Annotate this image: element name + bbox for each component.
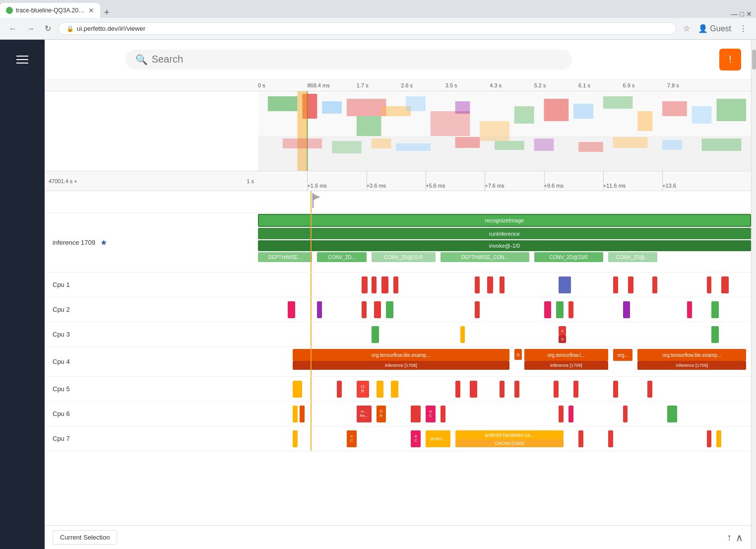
- minimize-button[interactable]: —: [731, 10, 738, 18]
- bar-depthwise1[interactable]: DEPTHWISE...: [258, 252, 312, 262]
- cpu2-bar5[interactable]: [386, 301, 393, 318]
- bar-invoke[interactable]: invoke@-1/0: [258, 240, 751, 251]
- cpu2-bar7[interactable]: [544, 301, 552, 318]
- scroll-top-button[interactable]: ↑: [727, 532, 732, 544]
- cpu1-bar2[interactable]: [372, 276, 377, 293]
- cpu2-content[interactable]: [258, 297, 751, 322]
- overview-minimap[interactable]: [258, 91, 751, 171]
- cpu7-bar1[interactable]: [293, 430, 298, 447]
- cpu2-bar9[interactable]: [568, 301, 573, 318]
- cpu1-content[interactable]: [258, 273, 751, 297]
- cpu4-bar2[interactable]: o: [514, 349, 522, 360]
- cpu6-bar7[interactable]: [441, 406, 445, 422]
- cpu3-content[interactable]: s S: [258, 322, 751, 346]
- cpu7-bar3[interactable]: a C: [411, 430, 421, 447]
- cpu1-bar3[interactable]: [381, 276, 389, 293]
- more-button[interactable]: ⋮: [736, 22, 750, 35]
- cpu2-bar2[interactable]: [317, 301, 322, 318]
- cpu7-bar9[interactable]: [716, 430, 721, 447]
- cpu1-bar5[interactable]: [475, 276, 480, 293]
- right-scrollbar[interactable]: [751, 40, 756, 549]
- back-button[interactable]: ←: [6, 22, 20, 35]
- profile-button[interactable]: 👤 Guest: [695, 22, 734, 35]
- bar-conv2d3[interactable]: CONV_2D@...: [608, 252, 657, 262]
- cpu1-bar8[interactable]: [559, 276, 571, 293]
- cpu7-bar4[interactable]: andro...: [426, 430, 450, 447]
- cpu1-bar12[interactable]: [707, 276, 712, 293]
- cpu7-bar2[interactable]: o C: [347, 430, 357, 447]
- cpu2-bar1[interactable]: [288, 301, 295, 318]
- cpu2-bar4[interactable]: [374, 301, 381, 318]
- cpu6-bar2[interactable]: [300, 406, 305, 422]
- cpu6-content[interactable]: or... Re... O R a C: [258, 402, 751, 426]
- cpu6-bar5[interactable]: [411, 406, 421, 422]
- cpu6-bar4[interactable]: O R: [377, 406, 386, 422]
- overview-canvas[interactable]: [45, 91, 751, 171]
- cpu2-bar10[interactable]: [623, 301, 630, 318]
- active-tab[interactable]: trace-blueline-QQ3A.20080... ✕: [0, 3, 100, 18]
- refresh-button[interactable]: ↻: [42, 22, 54, 35]
- bar-runinference[interactable]: runInference: [258, 228, 751, 239]
- scrollbar-thumb[interactable]: [752, 50, 756, 69]
- cpu4-content[interactable]: org.tensorflow.lite.examp... inference […: [258, 347, 751, 376]
- collapse-button[interactable]: ∧: [736, 532, 743, 544]
- forward-button[interactable]: →: [24, 22, 38, 35]
- cpu5-bar12[interactable]: [613, 381, 618, 398]
- cpu1-bar13[interactable]: [721, 276, 729, 293]
- cpu6-bar1[interactable]: [293, 406, 298, 422]
- cpu4-bar1-sub[interactable]: inference [1709]: [293, 361, 509, 370]
- cpu6-bar3[interactable]: or... Re...: [357, 406, 372, 422]
- cpu5-bar7[interactable]: [470, 381, 477, 398]
- bar-conv2d330[interactable]: CONV_2D@33/0: [534, 252, 603, 262]
- cpu2-bar6[interactable]: [475, 301, 480, 318]
- cpu3-bar2[interactable]: [460, 326, 465, 343]
- cpu4-bar5-sub[interactable]: inference [1709]: [637, 361, 746, 370]
- bar-conv2d310[interactable]: CONV_2D@31/0: [372, 252, 436, 262]
- cpu2-bar12[interactable]: [711, 301, 719, 318]
- cpu3-bar5[interactable]: [711, 326, 719, 343]
- search-input[interactable]: [152, 54, 562, 65]
- cpu6-bar8[interactable]: [559, 406, 564, 422]
- cpu5-bar8[interactable]: [500, 381, 504, 398]
- cpu7-bar5[interactable]: android.hardware.ca...: [455, 430, 564, 439]
- cpu1-bar6[interactable]: [487, 276, 493, 293]
- new-tab-button[interactable]: +: [100, 7, 114, 18]
- cpu7-bar6[interactable]: [578, 430, 583, 447]
- cpu7-bar7[interactable]: [608, 430, 613, 447]
- cpu1-bar10[interactable]: [628, 276, 634, 293]
- cpu1-bar4[interactable]: [393, 276, 398, 293]
- cpu6-bar9[interactable]: [568, 406, 573, 422]
- cpu6-bar6[interactable]: a C: [426, 406, 436, 422]
- cpu5-bar5[interactable]: [391, 381, 398, 398]
- cpu4-bar5[interactable]: org.tensorflow.lite.examp...: [637, 349, 746, 361]
- cpu7-bar5-sub[interactable]: ChiCtx0 [1565]: [455, 439, 564, 447]
- bar-conv2d1[interactable]: CONV_2D...: [317, 252, 366, 262]
- bookmark-button[interactable]: ☆: [680, 22, 693, 35]
- cpu5-bar2[interactable]: [337, 381, 342, 398]
- cpu5-bar11[interactable]: [573, 381, 578, 398]
- cpu5-bar10[interactable]: [554, 381, 559, 398]
- cpu5-bar6[interactable]: [455, 381, 460, 398]
- cpu3-bar4[interactable]: S: [559, 335, 566, 343]
- cpu5-bar1[interactable]: [293, 381, 303, 398]
- cpu5-content[interactable]: O R: [258, 377, 751, 401]
- url-bar[interactable]: 🔒 ui.perfetto.dev/#!/viewer: [58, 22, 676, 35]
- cpu3-bar3[interactable]: s: [559, 326, 566, 335]
- close-window-button[interactable]: ✕: [746, 10, 752, 18]
- menu-button[interactable]: [0, 40, 45, 79]
- notification-button[interactable]: !: [719, 49, 741, 70]
- tab-close-btn[interactable]: ✕: [88, 6, 94, 14]
- cpu5-bar9[interactable]: [514, 381, 519, 398]
- cpu5-bar4[interactable]: [377, 381, 384, 398]
- cpu4-bar3-sub[interactable]: inference [1709]: [524, 361, 608, 370]
- cpu7-content[interactable]: o C a C andro... android.hardware.ca... …: [258, 426, 751, 451]
- cpu4-bar3[interactable]: org.tensorflow.l...: [524, 349, 608, 361]
- maximize-button[interactable]: □: [740, 10, 744, 18]
- bar-depthwise2[interactable]: DEPTHWISE_CON...: [441, 252, 529, 262]
- tracks-container[interactable]: inference 1709 ★ recognizeImage runInf: [45, 213, 751, 525]
- current-selection-button[interactable]: Current Selection: [53, 530, 117, 545]
- bar-recognizeimage[interactable]: recognizeImage: [258, 214, 751, 227]
- cpu5-bar3[interactable]: O R: [357, 381, 369, 398]
- cpu4-bar4[interactable]: org...: [613, 349, 633, 361]
- cpu7-bar8[interactable]: [707, 430, 712, 447]
